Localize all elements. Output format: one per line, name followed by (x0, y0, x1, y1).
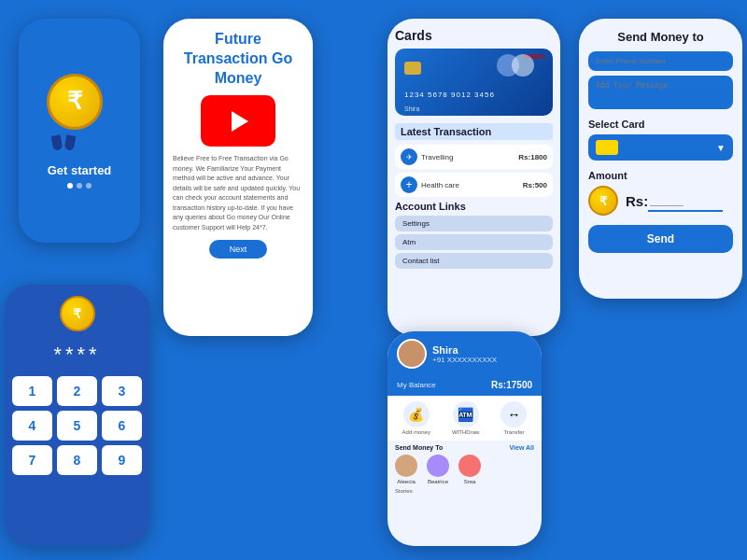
contact-avatar-3 (458, 455, 481, 477)
rupee-symbol: ₹ (67, 87, 83, 116)
select-card-title: Select Card (588, 119, 733, 130)
play-icon (232, 111, 248, 132)
contact-avatar-2 (427, 455, 449, 477)
card-selector[interactable]: ▼ (588, 134, 733, 161)
phone-send-money: Send Money to Select Card ▼ Amount ₹ Rs:… (579, 19, 742, 299)
key-5[interactable]: 5 (57, 411, 97, 441)
add-money-label: Add money (402, 429, 430, 435)
tx-name-travelling: Travelling (421, 153, 518, 161)
dropdown-arrow-icon: ▼ (716, 143, 726, 153)
coin-mascot: ₹ (47, 74, 112, 139)
message-input[interactable] (588, 76, 733, 109)
profile-name: Shira (432, 344, 497, 356)
amount-coin-icon: ₹ (588, 186, 618, 216)
transaction-item-health: + Health care Rs:500 (395, 173, 553, 197)
amount-rupee-symbol: ₹ (599, 194, 607, 208)
key-6[interactable]: 6 (102, 411, 142, 441)
add-money-action[interactable]: 💰 Add money (402, 401, 430, 435)
send-money-section: Send Money To View All Aleecia Beatrice … (388, 441, 542, 486)
stories-section: Stories (388, 486, 542, 496)
contact-avatar-1 (395, 455, 417, 477)
settings-link[interactable]: Settings (395, 216, 553, 231)
withdraw-action[interactable]: 🏧 WITHDraw (452, 401, 479, 435)
card-circle-right (512, 54, 534, 77)
send-section-header: Send Money To View All (395, 444, 534, 451)
send-money-header: Send Money to (588, 30, 733, 44)
key-9[interactable]: 9 (102, 445, 142, 475)
transfer-icon: ↔ (500, 401, 527, 427)
amount-prefix: Rs: (626, 193, 648, 209)
tx-amount-travelling: Rs:1800 (518, 153, 547, 161)
view-all-link[interactable]: View All (510, 444, 534, 451)
next-button[interactable]: Next (209, 240, 268, 259)
credit-card[interactable]: HSBC 1234 5678 9012 3456 Shira (395, 49, 553, 116)
phone-get-started: ₹ Get started (19, 19, 140, 243)
phone-profile: Shira +91 XXXXXXXXXX My Balance Rs:17500… (388, 331, 542, 546)
key-4[interactable]: 4 (12, 411, 52, 441)
phone-cards: Cards HSBC 1234 5678 9012 3456 Shira Lat… (388, 19, 560, 336)
user-avatar (397, 339, 427, 369)
latest-transaction-header: Latest Transaction (395, 123, 553, 140)
phone-number-input[interactable] (588, 51, 733, 71)
contacts-row: Aleecia Beatrice Srea (395, 455, 534, 484)
amount-input[interactable] (648, 189, 723, 212)
action-icons-row: 💰 Add money 🏧 WITHDraw ↔ Transfer (388, 396, 542, 441)
phone-future-transaction: Future Transaction Go Money Believe Free… (163, 19, 313, 336)
health-icon: + (401, 176, 417, 193)
key-2[interactable]: 2 (57, 376, 97, 406)
amount-title: Amount (588, 170, 733, 181)
dot-3 (86, 183, 92, 189)
transfer-action[interactable]: ↔ Transfer (500, 401, 527, 435)
card-holder-name: Shira (404, 105, 419, 112)
key-8[interactable]: 8 (57, 445, 97, 475)
mini-card-icon (596, 140, 618, 155)
send-money-title: Send Money To (395, 444, 443, 451)
future-description: Believe Free to Free Transaction via Go … (173, 154, 303, 232)
send-button[interactable]: Send (588, 225, 733, 253)
balance-label: My Balance (397, 381, 436, 389)
amount-display: Rs: (626, 189, 723, 212)
contact-item-2[interactable]: Beatrice (427, 455, 449, 484)
phone-pin: ₹ **** 1 2 3 4 5 6 7 8 9 (5, 285, 149, 546)
future-title: Future Transaction Go Money (173, 30, 303, 88)
atm-link[interactable]: Atm (395, 234, 553, 250)
transaction-item-travelling: ✈ Travelling Rs:1800 (395, 145, 553, 169)
card-logo-circles (497, 54, 534, 77)
contact-list-link[interactable]: Contact list (395, 253, 553, 269)
key-1[interactable]: 1 (12, 376, 52, 406)
dot-2 (77, 183, 82, 189)
avatar-face (399, 341, 425, 367)
profile-header: Shira +91 XXXXXXXXXX (388, 331, 542, 376)
card-number: 1234 5678 9012 3456 (404, 91, 495, 99)
youtube-play-button[interactable] (201, 95, 275, 147)
cards-title: Cards (395, 28, 553, 43)
add-money-icon: 💰 (403, 401, 430, 427)
profile-info: Shira +91 XXXXXXXXXX (432, 344, 497, 364)
pin-coin-icon: ₹ (60, 296, 95, 331)
balance-amount: Rs:17500 (491, 380, 532, 390)
withdraw-icon: 🏧 (453, 401, 479, 427)
pin-rupee-symbol: ₹ (73, 306, 81, 321)
tx-name-health: Health care (421, 181, 523, 189)
stories-label: Stories (395, 488, 413, 494)
balance-row: My Balance Rs:17500 (388, 376, 542, 396)
contact-name-3: Srea (464, 479, 476, 484)
tx-amount-health: Rs:500 (523, 181, 547, 189)
transfer-label: Transfer (503, 429, 524, 435)
get-started-text[interactable]: Get started (48, 163, 112, 177)
keypad: 1 2 3 4 5 6 7 8 9 (12, 376, 142, 475)
key-3[interactable]: 3 (102, 376, 142, 406)
contact-item-1[interactable]: Aleecia (395, 455, 417, 484)
progress-dots (67, 183, 92, 189)
card-chip-icon (404, 62, 421, 75)
contact-name-1: Aleecia (397, 479, 416, 484)
dot-1 (67, 183, 73, 189)
travelling-icon: ✈ (401, 148, 417, 165)
key-7[interactable]: 7 (12, 445, 52, 475)
contact-name-2: Beatrice (428, 479, 448, 484)
amount-row: ₹ Rs: (588, 186, 733, 216)
profile-phone: +91 XXXXXXXXXX (432, 356, 497, 364)
account-links-title: Account Links (395, 201, 553, 212)
contact-item-3[interactable]: Srea (458, 455, 481, 484)
withdraw-label: WITHDraw (452, 429, 479, 435)
